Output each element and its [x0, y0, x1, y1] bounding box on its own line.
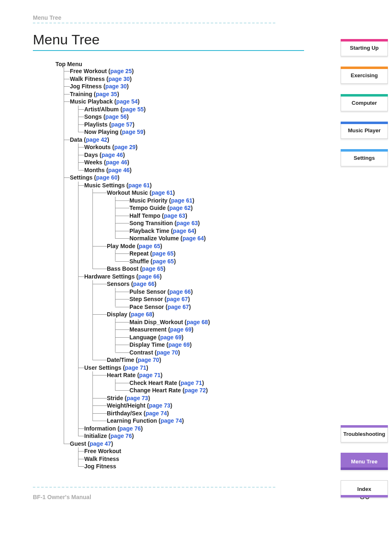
tree-item-label: Half Tempo [129, 212, 160, 219]
tree-item: Date/Time (page 70) [107, 356, 388, 364]
tree-item: Settings (page 60)Music Settings (page 6… [70, 174, 388, 440]
page-link[interactable]: page 61 [152, 189, 173, 196]
page-link[interactable]: page 63 [164, 212, 185, 219]
page-link[interactable]: page 59 [122, 129, 143, 135]
page-link[interactable]: page 47 [90, 440, 111, 447]
tree-item-label: Tempo Guide [129, 205, 166, 211]
page-link[interactable]: page 69 [170, 326, 191, 333]
tree-item: Language (page 69) [129, 334, 388, 341]
tree-item: Tempo Guide (page 62) [129, 204, 388, 212]
page-link[interactable]: page 67 [166, 296, 188, 302]
side-tab[interactable]: Troubleshooting [341, 425, 388, 442]
side-tab[interactable]: Music Player [341, 122, 388, 139]
tree-item-label: Music Playback [70, 98, 113, 105]
page-link[interactable]: page 46 [106, 159, 127, 166]
page-link[interactable]: page 69 [168, 341, 190, 348]
page-link[interactable]: page 57 [111, 121, 132, 128]
tree-item: Hardware Settings (page 66)Sensors (page… [84, 273, 388, 364]
page-link[interactable]: page 70 [157, 349, 178, 356]
tree-item-label: Playback Time [129, 228, 169, 234]
page-link[interactable]: page 73 [149, 402, 170, 409]
page-link[interactable]: page 74 [145, 410, 167, 417]
side-tab[interactable]: Settings [341, 149, 388, 166]
page-link[interactable]: page 55 [122, 106, 144, 113]
tree-item-label: Hardware Settings [84, 273, 135, 280]
page-link[interactable]: page 46 [101, 152, 123, 158]
page-link[interactable]: page 29 [114, 144, 136, 150]
tree-item: Contrast (page 70) [129, 349, 388, 357]
tree-item-label: Settings [70, 174, 92, 181]
tree-item: Bass Boost (page 65) [107, 265, 388, 273]
page-link[interactable]: page 30 [105, 83, 127, 90]
page-link[interactable]: page 64 [173, 228, 194, 234]
page-link[interactable]: page 68 [131, 311, 152, 318]
tree-item-label: Workout Music [107, 189, 148, 196]
page-link[interactable]: page 35 [96, 91, 117, 97]
page-link[interactable]: page 61 [128, 182, 150, 189]
side-tab[interactable]: Computer [341, 94, 388, 111]
page-link[interactable]: page 74 [161, 417, 182, 424]
tree-item: Training (page 35) [70, 90, 388, 98]
tree-item-label: Check Heart Rate [129, 380, 177, 386]
page-link[interactable]: page 42 [86, 136, 107, 143]
page-link[interactable]: page 65 [142, 265, 164, 272]
page-link[interactable]: page 25 [111, 68, 132, 74]
page-link[interactable]: page 67 [168, 304, 189, 310]
page-link[interactable]: page 73 [127, 395, 148, 401]
page-link[interactable]: page 60 [96, 174, 118, 181]
tree-item: Main Disp_Workout (page 68) [129, 318, 388, 326]
side-tab[interactable]: Starting Up [341, 39, 388, 56]
tree-item-label: Weeks [84, 159, 102, 166]
side-tabs-bottom: TroubleshootingMenu TreeIndex [341, 425, 388, 497]
tree-item-label: Date/Time [107, 357, 134, 363]
tree-item-label: Initialize [84, 433, 107, 439]
page-link[interactable]: page 66 [133, 281, 154, 287]
page-link[interactable]: page 54 [116, 98, 138, 105]
tree-item: Workout Music (page 61)Music Priority (p… [107, 189, 388, 242]
side-tab[interactable]: Menu Tree [341, 453, 388, 470]
tree-item-label: Weight/Height [107, 402, 145, 409]
page-link[interactable]: page 65 [152, 250, 173, 257]
tree-item: Step Sensor (page 67) [129, 295, 388, 303]
tree-item: Half Tempo (page 63) [129, 212, 388, 220]
tree-item: Months (page 46) [84, 166, 388, 174]
tree-item: Birthday/Sex (page 74) [107, 410, 388, 417]
tree-item: Measurement (page 69) [129, 326, 388, 334]
tree-item-label: Data [70, 136, 82, 143]
page-link[interactable]: page 56 [105, 113, 127, 120]
page-link[interactable]: page 71 [181, 380, 202, 386]
page-link[interactable]: page 76 [120, 425, 141, 432]
tree-item-label: Days [84, 152, 98, 158]
page-link[interactable]: page 70 [138, 357, 159, 363]
tree-item-label: Repeat [129, 250, 149, 257]
page-link[interactable]: page 30 [108, 76, 130, 82]
page-link[interactable]: page 76 [111, 433, 132, 439]
page-link[interactable]: page 64 [182, 235, 204, 242]
page-link[interactable]: page 63 [176, 220, 198, 226]
side-tab[interactable]: Index [341, 480, 388, 497]
page-link[interactable]: page 66 [169, 288, 191, 295]
page-link[interactable]: page 66 [138, 273, 160, 280]
page-link[interactable]: page 46 [108, 167, 129, 173]
tree-item-label: Sensors [107, 281, 129, 287]
tree-item-label: Shuffle [129, 258, 149, 265]
page-link[interactable]: page 62 [169, 205, 191, 211]
page-link[interactable]: page 69 [160, 334, 182, 341]
page-link[interactable]: page 68 [187, 319, 208, 325]
header-divider [33, 23, 275, 23]
tree-item-label: Free Workout [84, 448, 121, 454]
tree-item-label: Jog Fitness [70, 83, 102, 90]
page-link[interactable]: page 71 [125, 364, 146, 371]
tree-item-label: Free Workout [70, 68, 107, 74]
side-tab[interactable]: Exercising [341, 67, 388, 84]
page-link[interactable]: page 65 [139, 243, 160, 249]
tree-item-label: Music Settings [84, 182, 125, 189]
tree-item-label: Workouts [84, 144, 111, 150]
tree-item: Sensors (page 66)Pulse Sensor (page 66)S… [107, 280, 388, 311]
page-link[interactable]: page 72 [184, 387, 206, 394]
page-link[interactable]: page 65 [152, 258, 174, 265]
tree-item-label: Guest [70, 440, 86, 447]
page-link[interactable]: page 61 [171, 197, 192, 204]
page-link[interactable]: page 71 [139, 372, 161, 378]
tree-item: Pulse Sensor (page 66) [129, 288, 388, 296]
